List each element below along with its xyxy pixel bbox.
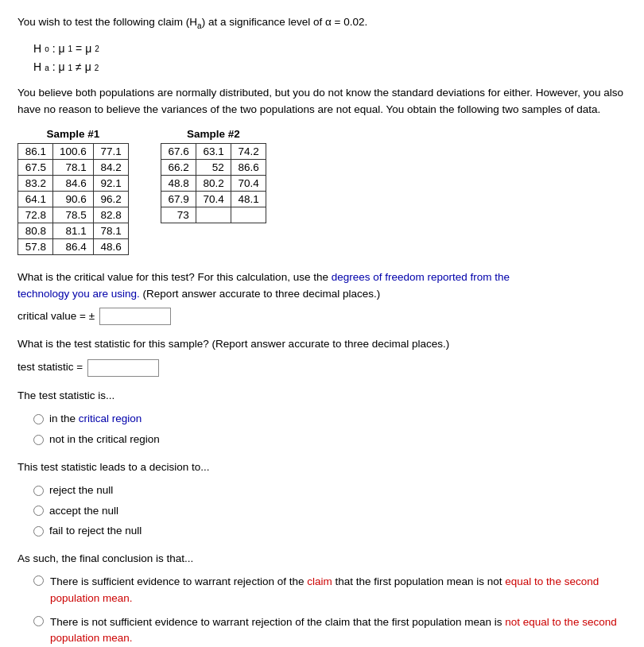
colored-text: degrees of freedom reported from the [332, 271, 510, 283]
table-cell: 70.4 [196, 192, 231, 207]
test-statistic-section: What is the test statistic for this samp… [17, 336, 627, 377]
table-cell: 78.1 [93, 223, 128, 239]
description-text: You believe both populations are normall… [17, 85, 627, 118]
decision-option-1: reject the null [33, 482, 627, 499]
colored-text2: technology you are using. [17, 288, 140, 300]
table-row: 64.190.696.2 [18, 192, 129, 207]
conclusion-text-1: There is sufficient evidence to warrant … [50, 574, 627, 606]
table-row: 48.880.270.4 [161, 176, 266, 192]
test-stat-input-row: test statistic = [17, 359, 627, 377]
table-row: 57.886.448.6 [18, 239, 129, 255]
critical-input-row: critical value = ± [17, 308, 627, 325]
decision-label: This test statistic leads to a decision … [17, 459, 627, 476]
table-row: 67.970.448.1 [161, 192, 266, 207]
test-stat-label: test statistic = [17, 359, 83, 376]
critical-value-input[interactable] [99, 308, 171, 325]
critical-label: critical value = ± [17, 308, 95, 325]
table-cell: 72.8 [18, 207, 53, 223]
table-cell: 74.2 [231, 144, 266, 160]
table-cell [231, 207, 266, 223]
table-cell: 83.2 [18, 176, 53, 192]
ts-not-in-critical-radio[interactable] [33, 435, 44, 445]
sample2-title: Sample #2 [161, 128, 266, 140]
table-cell: 78.5 [53, 207, 94, 223]
sample1-table: 86.1100.677.167.578.184.283.284.692.164.… [17, 143, 129, 255]
table-cell [196, 207, 231, 223]
accept-null-label: accept the null [49, 503, 118, 520]
table-row: 86.1100.677.1 [18, 144, 129, 160]
decision-option-3: fail to reject the null [33, 523, 627, 540]
h0-line: Ho: μ1 = μ2 [33, 40, 627, 59]
ha-line: Ha: μ1 ≠ μ2 [33, 58, 627, 77]
table-cell: 84.6 [53, 176, 94, 192]
reject-null-label: reject the null [49, 482, 113, 499]
table-row: 67.578.184.2 [18, 160, 129, 176]
table-cell: 73 [161, 207, 196, 223]
ts-option-2: not in the critical region [33, 432, 627, 448]
ts-is-label: The test statistic is... [17, 388, 627, 405]
table-cell: 86.4 [53, 239, 94, 255]
conclusion-text-2: There is not sufficient evidence to warr… [50, 614, 627, 647]
table-row: 67.663.174.2 [161, 144, 266, 160]
table-cell: 64.1 [18, 192, 53, 207]
table-cell: 100.6 [53, 144, 94, 160]
table-row: 66.25286.6 [161, 160, 266, 176]
table-cell: 67.9 [161, 192, 196, 207]
hypotheses-block: Ho: μ1 = μ2 Ha: μ1 ≠ μ2 [33, 40, 627, 78]
conclusion-option-2: There is not sufficient evidence to warr… [33, 614, 627, 647]
table-cell: 90.6 [53, 192, 94, 207]
conclusion-radio-2[interactable] [33, 616, 44, 626]
ts-option-1: in the critical region [33, 411, 627, 428]
conclusion-radio-group: There is sufficient evidence to warrant … [33, 574, 627, 647]
ts-in-critical-label: in the critical region [49, 411, 142, 428]
table-cell: 52 [196, 160, 231, 176]
conclusion-label: As such, the final conclusion is that... [17, 551, 627, 568]
conclusion-section: As such, the final conclusion is that...… [17, 551, 627, 647]
intro-paragraph: You wish to test the following claim (Ha… [17, 14, 627, 32]
table-cell: 86.1 [18, 144, 53, 160]
ts-is-section: The test statistic is... in the critical… [17, 388, 627, 448]
table-cell: 81.1 [53, 223, 94, 239]
decision-option-2: accept the null [33, 503, 627, 520]
table-cell: 66.2 [161, 160, 196, 176]
table-cell: 80.8 [18, 223, 53, 239]
table-row: 73 [161, 207, 266, 223]
sample1-block: Sample #1 86.1100.677.167.578.184.283.28… [17, 128, 129, 255]
reject-null-radio[interactable] [33, 486, 44, 496]
critical-question: What is the critical value for this test… [17, 269, 627, 303]
table-cell: 77.1 [93, 144, 128, 160]
table-row: 72.878.582.8 [18, 207, 129, 223]
ts-not-in-critical-label: not in the critical region [49, 432, 160, 448]
table-cell: 48.6 [93, 239, 128, 255]
table-cell: 82.8 [93, 207, 128, 223]
decision-radio-group: reject the null accept the null fail to … [33, 482, 627, 540]
ts-in-critical-radio[interactable] [33, 414, 44, 424]
table-cell: 48.1 [231, 192, 266, 207]
sample2-table: 67.663.174.266.25286.648.880.270.467.970… [161, 143, 266, 223]
table-cell: 63.1 [196, 144, 231, 160]
fail-to-reject-label: fail to reject the null [49, 523, 142, 540]
sample1-title: Sample #1 [17, 128, 129, 140]
table-cell: 92.1 [93, 176, 128, 192]
table-cell: 70.4 [231, 176, 266, 192]
table-cell: 80.2 [196, 176, 231, 192]
critical-value-section: What is the critical value for this test… [17, 269, 627, 325]
sample2-block: Sample #2 67.663.174.266.25286.648.880.2… [161, 128, 266, 255]
decision-section: This test statistic leads to a decision … [17, 459, 627, 540]
accept-null-radio[interactable] [33, 506, 44, 516]
table-row: 80.881.178.1 [18, 223, 129, 239]
test-stat-input[interactable] [87, 359, 159, 377]
test-stat-question: What is the test statistic for this samp… [17, 336, 627, 353]
conclusion-radio-1[interactable] [33, 575, 44, 586]
table-cell: 67.5 [18, 160, 53, 176]
conclusion-option-1: There is sufficient evidence to warrant … [33, 574, 627, 606]
samples-container: Sample #1 86.1100.677.167.578.184.283.28… [17, 128, 627, 255]
table-cell: 86.6 [231, 160, 266, 176]
table-cell: 57.8 [18, 239, 53, 255]
fail-to-reject-radio[interactable] [33, 526, 44, 537]
table-cell: 67.6 [161, 144, 196, 160]
table-cell: 96.2 [93, 192, 128, 207]
table-row: 83.284.692.1 [18, 176, 129, 192]
table-cell: 78.1 [53, 160, 94, 176]
table-cell: 48.8 [161, 176, 196, 192]
